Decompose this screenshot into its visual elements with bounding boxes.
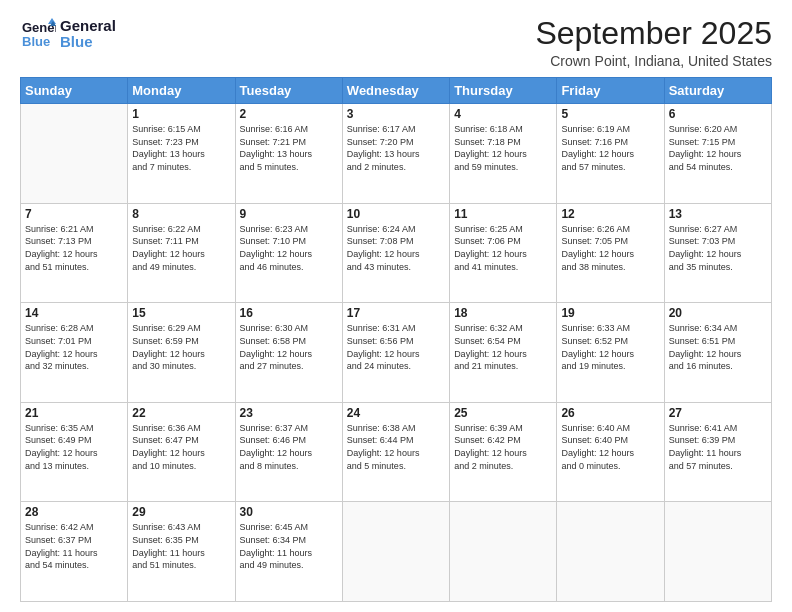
calendar-day-header: Wednesday: [342, 78, 449, 104]
calendar-cell: 28Sunrise: 6:42 AM Sunset: 6:37 PM Dayli…: [21, 502, 128, 602]
day-info: Sunrise: 6:16 AM Sunset: 7:21 PM Dayligh…: [240, 123, 338, 173]
calendar-day-header: Friday: [557, 78, 664, 104]
page: General Blue General Blue September 2025…: [0, 0, 792, 612]
calendar-week-row: 7Sunrise: 6:21 AM Sunset: 7:13 PM Daylig…: [21, 203, 772, 303]
day-number: 19: [561, 306, 659, 320]
calendar-cell: 10Sunrise: 6:24 AM Sunset: 7:08 PM Dayli…: [342, 203, 449, 303]
calendar-cell: 29Sunrise: 6:43 AM Sunset: 6:35 PM Dayli…: [128, 502, 235, 602]
day-info: Sunrise: 6:39 AM Sunset: 6:42 PM Dayligh…: [454, 422, 552, 472]
logo: General Blue General Blue: [20, 16, 116, 52]
day-info: Sunrise: 6:25 AM Sunset: 7:06 PM Dayligh…: [454, 223, 552, 273]
main-title: September 2025: [535, 16, 772, 51]
calendar-cell: 15Sunrise: 6:29 AM Sunset: 6:59 PM Dayli…: [128, 303, 235, 403]
day-number: 8: [132, 207, 230, 221]
day-number: 11: [454, 207, 552, 221]
day-number: 27: [669, 406, 767, 420]
day-number: 4: [454, 107, 552, 121]
calendar-cell: 26Sunrise: 6:40 AM Sunset: 6:40 PM Dayli…: [557, 402, 664, 502]
day-info: Sunrise: 6:26 AM Sunset: 7:05 PM Dayligh…: [561, 223, 659, 273]
day-number: 5: [561, 107, 659, 121]
calendar-week-row: 21Sunrise: 6:35 AM Sunset: 6:49 PM Dayli…: [21, 402, 772, 502]
calendar-cell: [450, 502, 557, 602]
calendar-header-row: SundayMondayTuesdayWednesdayThursdayFrid…: [21, 78, 772, 104]
day-number: 15: [132, 306, 230, 320]
day-info: Sunrise: 6:28 AM Sunset: 7:01 PM Dayligh…: [25, 322, 123, 372]
header: General Blue General Blue September 2025…: [20, 16, 772, 69]
calendar-cell: 18Sunrise: 6:32 AM Sunset: 6:54 PM Dayli…: [450, 303, 557, 403]
day-number: 9: [240, 207, 338, 221]
calendar-cell: 23Sunrise: 6:37 AM Sunset: 6:46 PM Dayli…: [235, 402, 342, 502]
logo-line2: Blue: [60, 34, 116, 51]
day-number: 20: [669, 306, 767, 320]
calendar-cell: 22Sunrise: 6:36 AM Sunset: 6:47 PM Dayli…: [128, 402, 235, 502]
title-block: September 2025 Crown Point, Indiana, Uni…: [535, 16, 772, 69]
day-info: Sunrise: 6:45 AM Sunset: 6:34 PM Dayligh…: [240, 521, 338, 571]
calendar-cell: [21, 104, 128, 204]
day-info: Sunrise: 6:21 AM Sunset: 7:13 PM Dayligh…: [25, 223, 123, 273]
day-info: Sunrise: 6:17 AM Sunset: 7:20 PM Dayligh…: [347, 123, 445, 173]
day-info: Sunrise: 6:43 AM Sunset: 6:35 PM Dayligh…: [132, 521, 230, 571]
day-info: Sunrise: 6:36 AM Sunset: 6:47 PM Dayligh…: [132, 422, 230, 472]
calendar-cell: 5Sunrise: 6:19 AM Sunset: 7:16 PM Daylig…: [557, 104, 664, 204]
day-info: Sunrise: 6:31 AM Sunset: 6:56 PM Dayligh…: [347, 322, 445, 372]
calendar-cell: [664, 502, 771, 602]
calendar-cell: 20Sunrise: 6:34 AM Sunset: 6:51 PM Dayli…: [664, 303, 771, 403]
day-info: Sunrise: 6:27 AM Sunset: 7:03 PM Dayligh…: [669, 223, 767, 273]
day-info: Sunrise: 6:20 AM Sunset: 7:15 PM Dayligh…: [669, 123, 767, 173]
day-info: Sunrise: 6:34 AM Sunset: 6:51 PM Dayligh…: [669, 322, 767, 372]
calendar-cell: 30Sunrise: 6:45 AM Sunset: 6:34 PM Dayli…: [235, 502, 342, 602]
calendar-cell: 3Sunrise: 6:17 AM Sunset: 7:20 PM Daylig…: [342, 104, 449, 204]
day-number: 12: [561, 207, 659, 221]
day-number: 21: [25, 406, 123, 420]
calendar-cell: 14Sunrise: 6:28 AM Sunset: 7:01 PM Dayli…: [21, 303, 128, 403]
day-number: 24: [347, 406, 445, 420]
calendar-cell: [557, 502, 664, 602]
day-info: Sunrise: 6:41 AM Sunset: 6:39 PM Dayligh…: [669, 422, 767, 472]
day-info: Sunrise: 6:42 AM Sunset: 6:37 PM Dayligh…: [25, 521, 123, 571]
calendar-cell: 8Sunrise: 6:22 AM Sunset: 7:11 PM Daylig…: [128, 203, 235, 303]
day-number: 23: [240, 406, 338, 420]
day-info: Sunrise: 6:32 AM Sunset: 6:54 PM Dayligh…: [454, 322, 552, 372]
day-number: 29: [132, 505, 230, 519]
day-info: Sunrise: 6:30 AM Sunset: 6:58 PM Dayligh…: [240, 322, 338, 372]
calendar-cell: 27Sunrise: 6:41 AM Sunset: 6:39 PM Dayli…: [664, 402, 771, 502]
calendar-cell: 9Sunrise: 6:23 AM Sunset: 7:10 PM Daylig…: [235, 203, 342, 303]
calendar-week-row: 14Sunrise: 6:28 AM Sunset: 7:01 PM Dayli…: [21, 303, 772, 403]
logo-icon: General Blue: [20, 16, 56, 52]
day-number: 25: [454, 406, 552, 420]
calendar-cell: 13Sunrise: 6:27 AM Sunset: 7:03 PM Dayli…: [664, 203, 771, 303]
day-number: 1: [132, 107, 230, 121]
day-info: Sunrise: 6:40 AM Sunset: 6:40 PM Dayligh…: [561, 422, 659, 472]
day-number: 28: [25, 505, 123, 519]
day-info: Sunrise: 6:33 AM Sunset: 6:52 PM Dayligh…: [561, 322, 659, 372]
svg-text:Blue: Blue: [22, 34, 50, 49]
calendar-cell: 21Sunrise: 6:35 AM Sunset: 6:49 PM Dayli…: [21, 402, 128, 502]
calendar-cell: 11Sunrise: 6:25 AM Sunset: 7:06 PM Dayli…: [450, 203, 557, 303]
day-info: Sunrise: 6:29 AM Sunset: 6:59 PM Dayligh…: [132, 322, 230, 372]
calendar-week-row: 1Sunrise: 6:15 AM Sunset: 7:23 PM Daylig…: [21, 104, 772, 204]
calendar-cell: [342, 502, 449, 602]
calendar-day-header: Monday: [128, 78, 235, 104]
calendar-day-header: Tuesday: [235, 78, 342, 104]
day-info: Sunrise: 6:15 AM Sunset: 7:23 PM Dayligh…: [132, 123, 230, 173]
calendar-cell: 24Sunrise: 6:38 AM Sunset: 6:44 PM Dayli…: [342, 402, 449, 502]
day-number: 18: [454, 306, 552, 320]
day-info: Sunrise: 6:37 AM Sunset: 6:46 PM Dayligh…: [240, 422, 338, 472]
calendar-cell: 19Sunrise: 6:33 AM Sunset: 6:52 PM Dayli…: [557, 303, 664, 403]
day-number: 7: [25, 207, 123, 221]
logo-line1: General: [60, 18, 116, 35]
calendar-cell: 2Sunrise: 6:16 AM Sunset: 7:21 PM Daylig…: [235, 104, 342, 204]
calendar-cell: 7Sunrise: 6:21 AM Sunset: 7:13 PM Daylig…: [21, 203, 128, 303]
calendar-cell: 12Sunrise: 6:26 AM Sunset: 7:05 PM Dayli…: [557, 203, 664, 303]
subtitle: Crown Point, Indiana, United States: [535, 53, 772, 69]
day-number: 2: [240, 107, 338, 121]
day-info: Sunrise: 6:38 AM Sunset: 6:44 PM Dayligh…: [347, 422, 445, 472]
calendar-cell: 17Sunrise: 6:31 AM Sunset: 6:56 PM Dayli…: [342, 303, 449, 403]
calendar-table: SundayMondayTuesdayWednesdayThursdayFrid…: [20, 77, 772, 602]
day-number: 13: [669, 207, 767, 221]
day-info: Sunrise: 6:24 AM Sunset: 7:08 PM Dayligh…: [347, 223, 445, 273]
day-info: Sunrise: 6:23 AM Sunset: 7:10 PM Dayligh…: [240, 223, 338, 273]
calendar-day-header: Saturday: [664, 78, 771, 104]
day-number: 14: [25, 306, 123, 320]
calendar-cell: 1Sunrise: 6:15 AM Sunset: 7:23 PM Daylig…: [128, 104, 235, 204]
